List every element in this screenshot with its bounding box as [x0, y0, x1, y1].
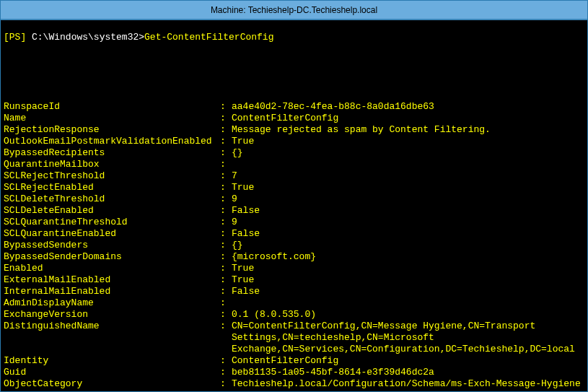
- output-value: True: [232, 263, 584, 274]
- output-separator: :: [220, 355, 232, 367]
- output-value-continuation: Settings,CN=techieshelp,CN=Microsoft: [4, 332, 584, 344]
- output-value: 0.1 (8.0.535.0): [232, 309, 584, 321]
- output-separator: :: [220, 297, 232, 309]
- output-value: False: [232, 286, 584, 297]
- output-row: Name: ContentFilterConfig: [4, 113, 584, 124]
- output-row: BypassedRecipients: {}: [4, 147, 584, 159]
- output-key: Enabled: [4, 263, 220, 274]
- output-key: Name: [4, 113, 220, 124]
- prompt-prefix: [PS]: [4, 32, 26, 43]
- output-separator: :: [220, 263, 232, 274]
- output-separator: :: [220, 159, 232, 170]
- output-separator: :: [220, 193, 232, 205]
- output-separator: :: [220, 286, 232, 297]
- output-separator: :: [220, 274, 232, 286]
- output-value: beb81135-1a05-45bf-8614-e3f39d46dc2a: [232, 367, 584, 378]
- output-value: Techieshelp.local/Configuration/Schema/m…: [232, 378, 584, 390]
- output-value: ContentFilterConfig: [232, 113, 584, 124]
- output-key: QuarantineMailbox: [4, 159, 220, 170]
- output-row: Enabled: True: [4, 263, 584, 274]
- window-titlebar: Machine: Techieshelp-DC.Techieshelp.loca…: [1, 1, 587, 20]
- output-key: SCLRejectThreshold: [4, 170, 220, 182]
- output-value-continuation: Exchange,CN=Services,CN=Configuration,DC…: [4, 344, 584, 355]
- output-key: ExternalMailEnabled: [4, 274, 220, 286]
- output-row: BypassedSenders: {}: [4, 240, 584, 251]
- output-row: ExchangeVersion: 0.1 (8.0.535.0): [4, 309, 584, 321]
- output-separator: :: [220, 228, 232, 240]
- output-value: CN=ContentFilterConfig,CN=Message Hygien…: [232, 321, 584, 332]
- output-key: SCLDeleteThreshold: [4, 193, 220, 205]
- output-row: SCLRejectEnabled: True: [4, 182, 584, 193]
- output-separator: :: [220, 309, 232, 321]
- output-row: Identity: ContentFilterConfig: [4, 355, 584, 367]
- output-value: Message rejected as spam by Content Filt…: [232, 124, 584, 136]
- output-separator: :: [220, 217, 232, 228]
- output-separator: :: [220, 147, 232, 159]
- blank-line: [4, 78, 584, 90]
- output-value: True: [232, 274, 584, 286]
- output-key: AdminDisplayName: [4, 297, 220, 309]
- output-separator: :: [220, 240, 232, 251]
- output-separator: :: [220, 136, 232, 147]
- output-key: Guid: [4, 367, 220, 378]
- output-value: aa4e40d2-78ec-4fea-b88c-8a0da16dbe63: [232, 101, 584, 113]
- output-row: OutlookEmailPostmarkValidationEnabled: T…: [4, 136, 584, 147]
- output-key: RejectionResponse: [4, 124, 220, 136]
- output-value: False: [232, 228, 584, 240]
- output-value: 7: [232, 170, 584, 182]
- prompt-line: [PS] C:\Windows\system32>Get-ContentFilt…: [4, 32, 584, 43]
- output-separator: :: [220, 205, 232, 217]
- output-value: 9: [232, 217, 584, 228]
- output-separator: :: [220, 367, 232, 378]
- output-key: OutlookEmailPostmarkValidationEnabled: [4, 136, 220, 147]
- output-separator: :: [220, 101, 232, 113]
- output-separator: :: [220, 124, 232, 136]
- output-key: BypassedSenderDomains: [4, 251, 220, 263]
- output-row: ObjectCategory: Techieshelp.local/Config…: [4, 378, 584, 390]
- output-row: BypassedSenderDomains: {microsoft.com}: [4, 251, 584, 263]
- output-block: RunspaceId: aa4e40d2-78ec-4fea-b88c-8a0d…: [4, 101, 584, 392]
- output-value: ContentFilterConfig: [232, 355, 584, 367]
- output-row: AdminDisplayName:: [4, 297, 584, 309]
- output-key: ExchangeVersion: [4, 309, 220, 321]
- blank-line: [4, 55, 584, 66]
- output-row: SCLQuarantineEnabled: False: [4, 228, 584, 240]
- output-key: RunspaceId: [4, 101, 220, 113]
- output-separator: :: [220, 378, 232, 390]
- output-key: BypassedSenders: [4, 240, 220, 251]
- output-separator: :: [220, 182, 232, 193]
- output-key: SCLQuarantineThreshold: [4, 217, 220, 228]
- output-key: BypassedRecipients: [4, 147, 220, 159]
- output-key: SCLRejectEnabled: [4, 182, 220, 193]
- output-row: DistinguishedName: CN=ContentFilterConfi…: [4, 321, 584, 332]
- output-key: SCLQuarantineEnabled: [4, 228, 220, 240]
- window-title: Machine: Techieshelp-DC.Techieshelp.loca…: [211, 5, 377, 15]
- output-value: {}: [232, 147, 584, 159]
- output-row: ExternalMailEnabled: True: [4, 274, 584, 286]
- output-row: QuarantineMailbox:: [4, 159, 584, 170]
- output-separator: :: [220, 251, 232, 263]
- output-row: SCLDeleteThreshold: 9: [4, 193, 584, 205]
- output-row: SCLDeleteEnabled: False: [4, 205, 584, 217]
- output-separator: :: [220, 321, 232, 332]
- prompt-command: Get-ContentFilterConfig: [144, 32, 273, 43]
- output-value: {microsoft.com}: [232, 251, 584, 263]
- output-value: True: [232, 182, 584, 193]
- terminal-output[interactable]: [PS] C:\Windows\system32>Get-ContentFilt…: [1, 20, 587, 392]
- output-row: InternalMailEnabled: False: [4, 286, 584, 297]
- output-value: 9: [232, 193, 584, 205]
- prompt-path: C:\Windows\system32>: [26, 32, 144, 43]
- output-separator: :: [220, 170, 232, 182]
- output-value: [232, 159, 584, 170]
- output-row: SCLQuarantineThreshold: 9: [4, 217, 584, 228]
- output-key: ObjectCategory: [4, 378, 220, 390]
- output-row: SCLRejectThreshold: 7: [4, 170, 584, 182]
- output-value: True: [232, 136, 584, 147]
- output-value: {}: [232, 240, 584, 251]
- output-row: RunspaceId: aa4e40d2-78ec-4fea-b88c-8a0d…: [4, 101, 584, 113]
- output-key: DistinguishedName: [4, 321, 220, 332]
- output-value: [232, 297, 584, 309]
- output-value: False: [232, 205, 584, 217]
- output-row: RejectionResponse: Message rejected as s…: [4, 124, 584, 136]
- output-key: InternalMailEnabled: [4, 286, 220, 297]
